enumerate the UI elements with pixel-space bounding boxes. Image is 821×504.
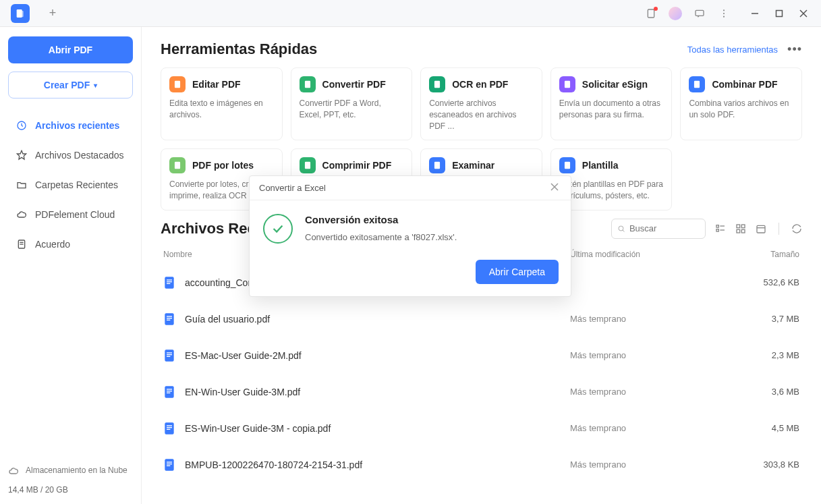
tool-card[interactable]: Convertir PDFConvertir PDF a Word, Excel…: [291, 67, 413, 140]
tool-title: Convertir PDF: [322, 79, 386, 90]
open-pdf-button[interactable]: Abrir PDF: [8, 36, 133, 63]
maximize-button[interactable]: [767, 4, 791, 23]
svg-rect-16: [175, 81, 180, 88]
sidebar-item-featured[interactable]: Archivos Destacados: [8, 140, 133, 170]
sidebar-item-agreement[interactable]: Acuerdo: [8, 229, 133, 259]
tool-card[interactable]: OCR en PDFConvierte archivos escaneados …: [420, 67, 542, 140]
grid-view-icon[interactable]: [735, 223, 746, 234]
tool-card[interactable]: Editar PDFEdita texto e imágenes en arch…: [161, 67, 283, 140]
file-size: 3,6 MB: [732, 387, 799, 397]
sidebar-item-label: Archivos recientes: [35, 120, 119, 131]
file-modified: Más temprano: [570, 350, 732, 360]
file-modified: Más temprano: [570, 459, 732, 470]
search-box[interactable]: [611, 219, 706, 239]
svg-rect-40: [167, 283, 170, 284]
storage-usage: 14,4 MB / 20 GB: [8, 485, 133, 495]
table-row[interactable]: EN-Win-User Guide-3M.pdf Más temprano 3,…: [161, 374, 802, 410]
svg-rect-3: [696, 10, 704, 16]
svg-rect-23: [434, 162, 440, 169]
file-name: BMPUB-1200226470-180724-2154-31.pdf: [185, 459, 570, 470]
tool-desc: Combina varios archivos en un solo PDF.: [689, 98, 793, 121]
open-folder-button[interactable]: Abrir Carpeta: [476, 260, 559, 284]
tool-title: Comprimir PDF: [322, 160, 392, 171]
file-modified: Más temprano: [570, 314, 732, 324]
svg-rect-38: [167, 279, 172, 280]
close-button[interactable]: [791, 4, 816, 23]
sidebar-item-recent[interactable]: Archivos recientes: [8, 111, 133, 140]
svg-rect-21: [175, 162, 180, 169]
table-row[interactable]: BMPUB-1200226470-180724-2154-31.pdf Más …: [161, 447, 802, 483]
pdf-icon: [163, 275, 175, 290]
sidebar-item-cloud[interactable]: PDFelement Cloud: [8, 200, 133, 229]
tool-icon: [300, 157, 316, 173]
file-list: accounting_Comb... 532,6 KB Guía del usu…: [161, 264, 802, 483]
tool-desc: Obtén plantillas en PDF para currículums…: [559, 179, 664, 202]
tool-title: Editar PDF: [192, 79, 241, 90]
tool-icon: [169, 76, 186, 92]
tool-icon: [169, 157, 186, 173]
tools-more-icon[interactable]: •••: [787, 43, 802, 57]
avatar-icon[interactable]: [666, 4, 685, 23]
refresh-icon[interactable]: [791, 223, 802, 234]
svg-rect-27: [716, 225, 718, 227]
chevron-down-icon: ▾: [94, 82, 97, 89]
col-mod: Última modificación: [570, 250, 732, 259]
tool-icon: [559, 76, 575, 92]
pdf-icon: [163, 385, 175, 399]
file-name: ES-Mac-User Guide-2M.pdf: [185, 350, 570, 361]
svg-rect-55: [167, 427, 172, 428]
svg-rect-35: [757, 225, 765, 233]
list-view-icon[interactable]: [715, 223, 726, 234]
svg-rect-2: [648, 9, 654, 18]
modal-close-button[interactable]: [548, 183, 561, 193]
file-modified: Más temprano: [570, 423, 732, 433]
tool-title: Solicitar eSign: [582, 79, 648, 90]
file-name: EN-Win-User Guide-3M.pdf: [185, 387, 570, 397]
kebab-menu-icon[interactable]: [714, 4, 733, 23]
svg-rect-56: [167, 429, 170, 430]
table-row[interactable]: ES-Mac-User Guide-2M.pdf Más temprano 2,…: [161, 337, 802, 374]
svg-rect-8: [776, 10, 783, 16]
tool-card[interactable]: Combinar PDFCombina varios archivos en u…: [680, 67, 802, 140]
all-tools-link[interactable]: Todas las herramientas: [687, 45, 778, 55]
view-controls: [715, 223, 802, 235]
chat-icon[interactable]: [690, 4, 709, 23]
modal-message: Convertido exitosamente a 'f8027.xlsx'.: [305, 232, 457, 242]
tool-icon: [429, 76, 445, 92]
create-pdf-label: Crear PDF: [44, 80, 90, 90]
table-row[interactable]: ES-Win-User Guide-3M - copia.pdf Más tem…: [161, 410, 802, 447]
cloud-storage-label: Almacenamiento en la Nube: [26, 466, 128, 475]
notifications-icon[interactable]: [642, 4, 660, 23]
sidebar-item-label: PDFelement Cloud: [35, 209, 115, 220]
new-tab-button[interactable]: +: [43, 4, 62, 23]
success-check-icon: [263, 214, 293, 244]
svg-rect-28: [716, 229, 718, 231]
tool-card[interactable]: Solicitar eSignEnvía un documento a otra…: [550, 67, 673, 140]
svg-rect-51: [167, 391, 172, 391]
svg-rect-41: [165, 313, 173, 325]
pdf-icon: [163, 421, 175, 436]
svg-rect-49: [165, 386, 173, 397]
svg-rect-37: [165, 277, 173, 288]
svg-rect-24: [565, 162, 570, 169]
file-size: 2,3 MB: [732, 350, 799, 360]
minimize-button[interactable]: [743, 4, 767, 23]
tool-title: Plantilla: [582, 160, 619, 171]
table-row[interactable]: Guía del usuario.pdf Más temprano 3,7 MB: [161, 301, 802, 337]
sidebar-item-folders[interactable]: Carpetas Recientes: [8, 170, 133, 200]
search-input[interactable]: [629, 223, 700, 233]
sidebar-item-label: Archivos Destacados: [35, 150, 124, 161]
modal-heading: Conversión exitosa: [305, 214, 457, 225]
svg-rect-57: [165, 459, 173, 470]
sidebar-footer: Almacenamiento en la Nube 14,4 MB / 20 G…: [8, 466, 133, 495]
tool-icon: [429, 157, 445, 173]
create-pdf-button[interactable]: Crear PDF ▾: [8, 72, 133, 99]
tool-title: OCR en PDF: [452, 79, 508, 90]
cloud-storage-row[interactable]: Almacenamiento en la Nube: [8, 466, 133, 478]
file-name: ES-Win-User Guide-3M - copia.pdf: [185, 423, 570, 434]
file-size: 303,8 KB: [732, 459, 799, 470]
separator: [778, 223, 779, 235]
file-name: Guía del usuario.pdf: [185, 314, 570, 325]
calendar-view-icon[interactable]: [756, 223, 766, 234]
tool-title: Combinar PDF: [712, 79, 777, 90]
